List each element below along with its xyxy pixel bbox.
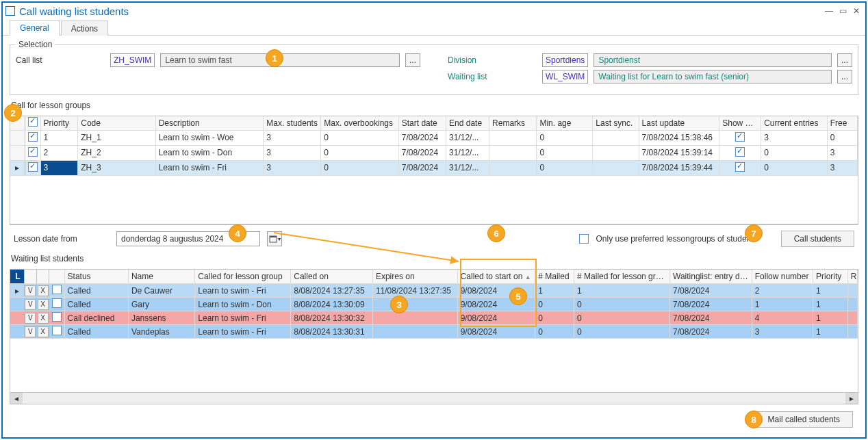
col-called-for[interactable]: Called for lesson group	[195, 270, 291, 284]
annotation-6: 6	[487, 224, 505, 242]
division-lookup-button[interactable]: ...	[837, 53, 852, 67]
lesson-groups-table[interactable]: Priority Code Description Max. students …	[10, 116, 858, 176]
row-x-button[interactable]: X	[38, 299, 49, 310]
col-r[interactable]: R	[847, 270, 857, 284]
label-only-preferred: Only use preferred lessongroups of stude…	[596, 234, 757, 244]
annotation-8: 8	[745, 411, 763, 428]
call-list-lookup-button[interactable]: ...	[405, 53, 420, 67]
tab-general[interactable]: General	[10, 20, 60, 36]
row-checkbox[interactable]	[28, 132, 38, 142]
row-checkbox[interactable]	[52, 312, 62, 322]
selection-fieldset: Selection Call list ZH_SWIM Learn to swi…	[10, 40, 858, 95]
label-waiting-list: Waiting list	[448, 72, 537, 81]
tab-strip: General Actions	[3, 19, 865, 36]
col-current-entries[interactable]: Current entries	[761, 116, 828, 130]
col-free[interactable]: Free	[827, 116, 857, 130]
row-checkbox[interactable]	[52, 326, 62, 335]
annotation-3: 3	[390, 296, 408, 313]
show-on-website-checkbox[interactable]	[735, 147, 745, 157]
tab-actions[interactable]: Actions	[61, 21, 108, 36]
label-call-list: Call list	[16, 55, 105, 65]
col-remarks[interactable]: Remarks	[489, 116, 537, 130]
label-division: Division	[448, 55, 537, 65]
col-chk[interactable]	[49, 270, 64, 284]
table-row[interactable]: 2ZH_2Learn to swim - Don307/08/202431/12…	[10, 145, 858, 160]
label-lesson-groups: Call for lesson groups	[11, 101, 858, 110]
col-entry-date[interactable]: Waitinglist: entry date	[670, 270, 752, 284]
row-v-button[interactable]: V	[25, 326, 36, 337]
title-bar: Call waiting list students — ▭ ✕	[3, 3, 865, 19]
table-row[interactable]: VXCall declinedJanssensLearn to swim - F…	[10, 311, 858, 325]
window-title: Call waiting list students	[19, 5, 129, 17]
col-l-badge[interactable]: L	[10, 270, 24, 284]
row-v-button[interactable]: V	[25, 285, 36, 296]
minimize-button[interactable]: —	[823, 5, 835, 16]
col-max-overbookings[interactable]: Max. overbookings	[321, 116, 398, 130]
row-v-button[interactable]: V	[25, 299, 36, 310]
show-on-website-checkbox[interactable]	[735, 132, 745, 142]
row-x-button[interactable]: X	[38, 285, 49, 296]
sort-up-icon: ▲	[525, 274, 531, 281]
col-code[interactable]: Code	[78, 116, 155, 130]
label-lesson-date-from: Lesson date from	[14, 234, 110, 244]
call-list-code[interactable]: ZH_SWIM	[110, 53, 155, 67]
row-checkbox[interactable]	[52, 285, 62, 294]
col-min-age[interactable]: Min. age	[537, 116, 593, 130]
col-status[interactable]: Status	[64, 270, 128, 284]
col-show-on-website[interactable]: Show on Website	[719, 116, 761, 130]
col-mailed-for[interactable]: # Mailed for lesson group	[574, 270, 670, 284]
col-check[interactable]	[25, 116, 40, 130]
col-priority[interactable]: Priority	[813, 270, 847, 284]
waiting-list-desc[interactable]: Waiting list for Learn to swim fast (sen…	[593, 70, 832, 83]
row-v-button[interactable]: V	[25, 313, 36, 324]
table-row[interactable]: VXCalledVandeplasLearn to swim - Fri8/08…	[10, 325, 858, 339]
label-waiting-students: Waiting list students	[11, 254, 858, 263]
selection-legend: Selection	[16, 40, 55, 49]
table-row[interactable]: VXCalledGaryLearn to swim - Don8/08/2024…	[10, 298, 858, 311]
col-name[interactable]: Name	[128, 270, 194, 284]
table-row[interactable]: ▸3ZH_3Learn to swim - Fri307/08/202431/1…	[10, 160, 858, 175]
lesson-groups-scrollbar[interactable]: ◄►	[10, 224, 858, 226]
col-last-sync[interactable]: Last sync.	[593, 116, 639, 130]
col-last-update[interactable]: Last update	[639, 116, 719, 130]
waiting-list-code[interactable]: WL_SWIM	[542, 70, 588, 83]
col-end-date[interactable]: End date	[446, 116, 489, 130]
row-checkbox[interactable]	[28, 162, 38, 172]
app-icon	[5, 6, 15, 16]
maximize-button[interactable]: ▭	[837, 5, 849, 16]
col-start-date[interactable]: Start date	[398, 116, 446, 130]
col-mailed[interactable]: # Mailed	[535, 270, 574, 284]
division-desc[interactable]: Sportdienst	[593, 53, 832, 67]
col-max-students[interactable]: Max. students	[264, 116, 321, 130]
col-x[interactable]	[37, 270, 49, 284]
annotation-1: 1	[266, 49, 283, 67]
show-on-website-checkbox[interactable]	[735, 162, 745, 172]
annotation-4: 4	[229, 224, 246, 242]
col-expires-on[interactable]: Expires on	[372, 270, 457, 284]
waiting-list-lookup-button[interactable]: ...	[837, 70, 852, 83]
annotation-7: 7	[745, 224, 763, 242]
checkbox-only-preferred[interactable]	[579, 234, 589, 244]
col-priority[interactable]: Priority	[40, 116, 78, 130]
division-code[interactable]: Sportdiens	[542, 53, 588, 67]
table-row[interactable]: ▸VXCalledDe CauwerLearn to swim - Fri8/0…	[10, 284, 858, 298]
calendar-button[interactable]: ▾	[267, 231, 282, 246]
mail-called-students-button[interactable]: Mail called students	[755, 411, 853, 428]
waiting-students-table[interactable]: L Status Name Called for lesson group Ca…	[10, 270, 858, 339]
row-x-button[interactable]: X	[38, 313, 49, 324]
col-called-on[interactable]: Called on	[291, 270, 373, 284]
annotation-2: 2	[4, 104, 22, 122]
call-students-button[interactable]: Call students	[781, 231, 854, 247]
close-button[interactable]: ✕	[850, 5, 863, 16]
col-follow[interactable]: Follow number	[752, 270, 813, 284]
row-checkbox[interactable]	[52, 298, 62, 308]
annotation-5: 5	[509, 287, 527, 305]
waiting-scrollbar[interactable]: ◄►	[10, 392, 858, 404]
row-checkbox[interactable]	[28, 147, 38, 157]
col-called-to-start-on[interactable]: Called to start on ▲	[457, 270, 535, 284]
table-row[interactable]: 1ZH_1Learn to swim - Woe307/08/202431/12…	[10, 130, 858, 145]
col-description[interactable]: Description	[155, 116, 264, 130]
col-v[interactable]	[24, 270, 36, 284]
row-x-button[interactable]: X	[38, 326, 49, 337]
svg-rect-1	[270, 236, 277, 237]
